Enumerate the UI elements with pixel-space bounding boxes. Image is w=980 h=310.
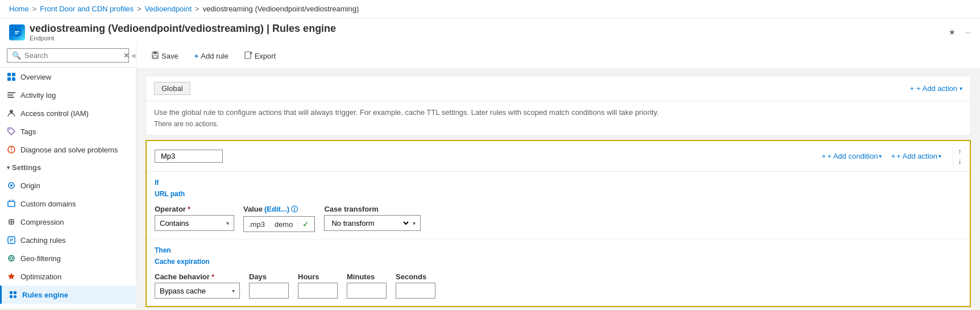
main-content: Save + Add rule Export Global + +	[136, 44, 980, 308]
svg-rect-3	[7, 73, 11, 76]
breadcrumb-sep-3: >	[195, 5, 200, 13]
title-actions: ★ ···	[949, 28, 971, 36]
breadcrumb-current: vediostreaming (Vedioendpoint/vediostrea…	[203, 5, 359, 13]
sidebar-item-activity-log[interactable]: Activity log	[0, 86, 136, 104]
clear-icon[interactable]: ✕	[123, 51, 130, 60]
value-extra: demo	[270, 220, 298, 229]
operator-select[interactable]: Contains Begins with Ends with Equal Wil…	[160, 219, 224, 228]
custom-domains-icon	[7, 199, 16, 208]
sort-arrows: ↑ ↓	[953, 147, 962, 166]
sidebar-item-overview[interactable]: Overview	[0, 68, 136, 86]
value-field-label: Value (Edit...) ⓘ	[243, 205, 315, 214]
title-text: vediostreaming (Vedioendpoint/vediostrea…	[30, 23, 336, 42]
sidebar-item-caching-rules[interactable]: Caching rules	[0, 231, 136, 249]
sidebar: 🔍 ✕ « Overview Activity log	[0, 44, 136, 308]
svg-point-10	[10, 110, 13, 113]
search-input[interactable]	[24, 51, 120, 60]
operator-field-group: Operator * Contains Begins with Ends wit…	[155, 205, 234, 231]
svg-point-23	[14, 295, 16, 298]
breadcrumb-endpoint[interactable]: Vedioendpoint	[145, 5, 192, 13]
mp3-rule-name-input[interactable]	[155, 150, 223, 163]
chevron-down-icon: ▾	[232, 288, 235, 294]
breadcrumb-profiles[interactable]: Front Door and CDN profiles	[40, 5, 134, 13]
collapse-icon[interactable]: «	[132, 51, 136, 60]
export-button[interactable]: Export	[239, 48, 282, 64]
breadcrumb-sep-2: >	[137, 5, 142, 13]
chevron-down-icon: ▾	[939, 153, 941, 159]
sidebar-item-custom-domains[interactable]: Custom domains	[0, 195, 136, 213]
save-icon	[151, 51, 159, 61]
operator-required: *	[188, 205, 190, 213]
svg-rect-16	[8, 201, 15, 206]
days-input[interactable]	[249, 283, 289, 299]
add-condition-button[interactable]: + + Add condition ▾	[822, 152, 882, 160]
svg-rect-22	[10, 295, 13, 298]
operator-select-box[interactable]: Contains Begins with Ends with Equal Wil…	[155, 215, 234, 231]
sidebar-item-label: Optimization	[20, 272, 61, 281]
sidebar-item-diagnose[interactable]: ! Diagnose and solve problems	[0, 140, 136, 159]
value-text: .mp3	[244, 220, 270, 229]
add-rule-label: Add rule	[201, 52, 228, 60]
chevron-down-icon: ▾	[413, 220, 416, 226]
toolbar: Save + Add rule Export	[136, 44, 980, 69]
sidebar-item-origin[interactable]: Origin	[0, 176, 136, 195]
cache-behavior-select-box[interactable]: Bypass cache Override Set if missing ▾	[155, 283, 240, 299]
iam-icon	[7, 109, 16, 118]
sort-up-icon[interactable]: ↑	[958, 147, 962, 156]
svg-point-15	[10, 184, 13, 187]
no-actions-text: There are no actions.	[154, 120, 962, 128]
days-field-group: Days	[249, 272, 289, 299]
plus-icon: +	[822, 152, 827, 160]
star-icon[interactable]: ★	[949, 28, 956, 36]
more-icon[interactable]: ···	[965, 28, 971, 36]
svg-point-11	[9, 129, 10, 130]
action-block: Then Cache expiration Cache behavior *	[147, 239, 970, 306]
sidebar-item-compression[interactable]: Compression	[0, 213, 136, 231]
mp3-rule-header: + + Add condition ▾ + + Add action ▾ ↑ ↓	[147, 141, 970, 172]
seconds-field-group: Seconds	[396, 272, 435, 299]
add-rule-button[interactable]: + Add rule	[189, 49, 234, 63]
sidebar-item-tags[interactable]: Tags	[0, 122, 136, 140]
sidebar-item-iam[interactable]: Access control (IAM)	[0, 104, 136, 122]
geo-filtering-icon	[7, 254, 16, 263]
add-action-label: + Add action	[896, 152, 937, 160]
minutes-input[interactable]	[347, 283, 387, 299]
plus-icon: +	[891, 152, 895, 160]
add-action-button[interactable]: + + Add action ▾	[891, 152, 941, 160]
then-label: Then	[155, 246, 962, 254]
page-title: vediostreaming (Vedioendpoint/vediostrea…	[30, 23, 336, 35]
global-rule-card: Global + + Add action ▾ Use the global r…	[146, 76, 971, 135]
global-rule-header: Global + + Add action ▾	[146, 76, 970, 101]
sidebar-item-label: Diagnose and solve problems	[20, 146, 118, 154]
case-transform-label: Case transform	[324, 205, 421, 213]
sidebar-item-geo-filtering[interactable]: Geo-filtering	[0, 249, 136, 267]
case-transform-select[interactable]: No transform Uppercase Lowercase	[329, 218, 410, 228]
cache-behavior-label: Cache behavior *	[155, 272, 240, 281]
breadcrumb-home[interactable]: Home	[9, 5, 29, 13]
sidebar-item-label: Origin	[20, 181, 40, 190]
sidebar-item-optimization[interactable]: Optimization	[0, 267, 136, 286]
export-icon	[244, 51, 252, 61]
sidebar-settings-section[interactable]: ▾ Settings	[0, 159, 136, 176]
hours-input[interactable]	[298, 283, 338, 299]
seconds-label: Seconds	[396, 272, 435, 281]
seconds-input[interactable]	[396, 283, 435, 299]
case-transform-select-box[interactable]: No transform Uppercase Lowercase ▾	[324, 215, 421, 231]
info-icon[interactable]: ⓘ	[291, 205, 298, 213]
settings-section-label: Settings	[12, 163, 41, 172]
edit-link[interactable]: (Edit...)	[264, 205, 289, 213]
global-add-action-button[interactable]: + + Add action ▾	[910, 84, 962, 93]
action-fields: Cache behavior * Bypass cache Override S…	[155, 272, 962, 299]
sidebar-item-label: Caching rules	[20, 236, 66, 245]
cache-behavior-select[interactable]: Bypass cache Override Set if missing	[160, 287, 230, 295]
sidebar-item-label: Activity log	[20, 91, 56, 100]
sort-down-icon[interactable]: ↓	[958, 156, 962, 166]
rules-engine-icon	[9, 290, 18, 299]
chevron-down-icon: ▾	[879, 153, 882, 159]
condition-fields: Operator * Contains Begins with Ends wit…	[155, 205, 962, 232]
sidebar-item-rules-engine[interactable]: Rules engine	[0, 286, 136, 304]
search-icon: 🔍	[12, 51, 21, 60]
page-subtitle: Endpoint	[30, 35, 336, 42]
save-button[interactable]: Save	[146, 48, 184, 64]
mp3-rule-card: + + Add condition ▾ + + Add action ▾ ↑ ↓	[146, 140, 971, 307]
